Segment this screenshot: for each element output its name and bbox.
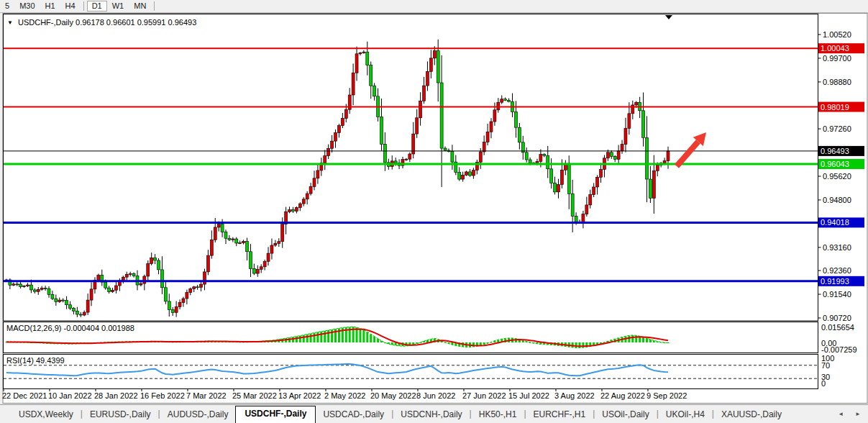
macd-histogram-bar bbox=[380, 341, 383, 342]
symbol-tabbar: USDX,Weekly|EURUSD-,Daily|AUDUSD-,DailyU… bbox=[0, 404, 868, 423]
candle-bear bbox=[62, 300, 65, 301]
candle-bull bbox=[621, 145, 623, 151]
price-badge-label: 1.00043 bbox=[821, 44, 849, 53]
macd-histogram-bar bbox=[324, 331, 326, 342]
candle-bear bbox=[16, 284, 19, 285]
price-tick-label: 0.95620 bbox=[823, 172, 851, 181]
candle-bull bbox=[472, 170, 475, 176]
candle-bull bbox=[178, 303, 181, 307]
symbol-tab-xauusd-daily[interactable]: XAUUSD-,Daily bbox=[714, 407, 789, 423]
macd-histogram-bar bbox=[373, 337, 375, 342]
candle-bull bbox=[267, 253, 270, 261]
candle-bull bbox=[263, 261, 266, 266]
candle-bear bbox=[444, 148, 447, 150]
candle-bull bbox=[260, 267, 262, 270]
macd-histogram-bar bbox=[303, 335, 305, 342]
candle-bear bbox=[33, 290, 36, 291]
candle-bull bbox=[334, 132, 337, 141]
timeframe-button-h4[interactable]: H4 bbox=[60, 1, 81, 12]
tabbar-scroll-left-icon[interactable]: ◄ bbox=[838, 411, 844, 417]
chart-canvas[interactable]: 1.005200.997000.988800.972600.956200.948… bbox=[0, 0, 868, 423]
symbol-tab-usdcnh-daily[interactable]: USDCNH-,Daily bbox=[393, 407, 469, 423]
candle-bull bbox=[186, 293, 188, 299]
price-badge-label: 0.91993 bbox=[821, 277, 849, 286]
candle-bull bbox=[140, 283, 142, 285]
timeframe-button-mn[interactable]: MN bbox=[129, 1, 151, 12]
candle-bear bbox=[224, 232, 227, 239]
candle-bull bbox=[302, 199, 305, 204]
candle-bear bbox=[366, 52, 369, 65]
macd-histogram-bar bbox=[575, 342, 577, 348]
timeframe-button-w1[interactable]: W1 bbox=[107, 1, 129, 12]
rsi-indicator-label: RSI(14) 49.4399 bbox=[6, 356, 65, 365]
candle-bear bbox=[543, 155, 546, 156]
candle-bull bbox=[600, 169, 603, 177]
candle-bear bbox=[508, 100, 511, 101]
chart-symbol-label: USDCHF-,Daily bbox=[18, 18, 73, 27]
candle-bull bbox=[433, 51, 436, 58]
candle-bull bbox=[324, 156, 326, 163]
macd-histogram-bar bbox=[299, 336, 301, 342]
price-tick-label: 1.00520 bbox=[823, 30, 851, 39]
macd-axis-label: -0.007259 bbox=[821, 345, 857, 354]
price-tick-label: 0.91540 bbox=[823, 290, 851, 299]
date-tick-label: 13 Apr 2022 bbox=[278, 391, 321, 400]
candle-bull bbox=[617, 151, 620, 159]
candle-bull bbox=[344, 109, 347, 118]
candle-bull bbox=[111, 290, 114, 291]
price-tick-label: 0.97260 bbox=[823, 124, 851, 133]
candle-bull bbox=[596, 177, 599, 187]
candle-bull bbox=[288, 210, 291, 212]
macd-histogram-bar bbox=[306, 335, 309, 342]
candle-bear bbox=[55, 299, 58, 301]
macd-histogram-bar bbox=[653, 340, 655, 342]
candle-bear bbox=[235, 239, 238, 243]
date-tick-label: 25 Mar 2022 bbox=[232, 391, 277, 400]
candle-bull bbox=[274, 243, 277, 245]
date-tick-label: 3 Aug 2022 bbox=[554, 391, 595, 400]
candle-bull bbox=[26, 285, 29, 286]
symbol-tab-audusd-daily[interactable]: AUDUSD-,Daily bbox=[160, 407, 236, 423]
symbol-tab-eurusd-daily[interactable]: EURUSD-,Daily bbox=[83, 407, 158, 423]
symbol-tab-usdx-weekly[interactable]: USDX,Weekly bbox=[12, 407, 81, 423]
candle-bear bbox=[249, 252, 252, 269]
symbol-tab-usdcad-daily[interactable]: USDCAD-,Daily bbox=[316, 407, 391, 423]
chart-ohlc-values: 0.96178 0.96601 0.95991 0.96493 bbox=[76, 18, 196, 27]
macd-histogram-bar bbox=[426, 340, 429, 342]
candle-bear bbox=[518, 127, 521, 142]
macd-histogram-bar bbox=[646, 338, 648, 342]
candle-bear bbox=[550, 169, 553, 183]
price-tick-label: 0.92360 bbox=[823, 266, 851, 275]
timeframe-button-5[interactable]: 5 bbox=[0, 1, 14, 12]
candle-bull bbox=[23, 286, 26, 287]
chart-title-dropdown-icon: ▼ bbox=[7, 19, 13, 26]
candle-bear bbox=[291, 210, 294, 212]
candle-bear bbox=[440, 83, 443, 148]
symbol-tab-eurchf-h1[interactable]: EURCHF-,H1 bbox=[526, 407, 593, 423]
timeframe-button-m30[interactable]: M30 bbox=[14, 1, 40, 12]
macd-histogram-bar bbox=[388, 342, 390, 344]
price-tick-label: 0.98880 bbox=[823, 78, 851, 86]
candle-bear bbox=[571, 194, 574, 216]
candle-bear bbox=[76, 311, 78, 314]
candle-bear bbox=[228, 238, 231, 240]
candle-bear bbox=[79, 314, 82, 315]
candle-bull bbox=[635, 102, 638, 105]
candle-bull bbox=[189, 288, 192, 292]
candle-bear bbox=[394, 161, 397, 163]
symbol-tab-ukoil-h4[interactable]: UKOil-,H4 bbox=[659, 407, 712, 423]
toolbar-separator bbox=[154, 1, 155, 11]
candle-bull bbox=[359, 53, 362, 53]
timeframe-button-d1[interactable]: D1 bbox=[87, 1, 107, 12]
tabbar-scroll-right-icon[interactable]: ► bbox=[855, 411, 861, 417]
symbol-tab-hk50-h1[interactable]: HK50-,H1 bbox=[472, 407, 524, 423]
candle-bear bbox=[171, 310, 174, 313]
symbol-tab-usdchf-daily[interactable]: USDCHF-,Daily bbox=[235, 406, 316, 423]
candle-bull bbox=[40, 288, 43, 290]
rsi-axis-label: 70 bbox=[821, 361, 830, 370]
rsi-axis-label: 0 bbox=[821, 379, 826, 388]
candle-bear bbox=[547, 155, 549, 169]
timeframe-button-h1[interactable]: H1 bbox=[40, 1, 60, 12]
symbol-tab-usoil-daily[interactable]: USOil-,Daily bbox=[595, 407, 656, 423]
candle-bull bbox=[203, 272, 206, 284]
